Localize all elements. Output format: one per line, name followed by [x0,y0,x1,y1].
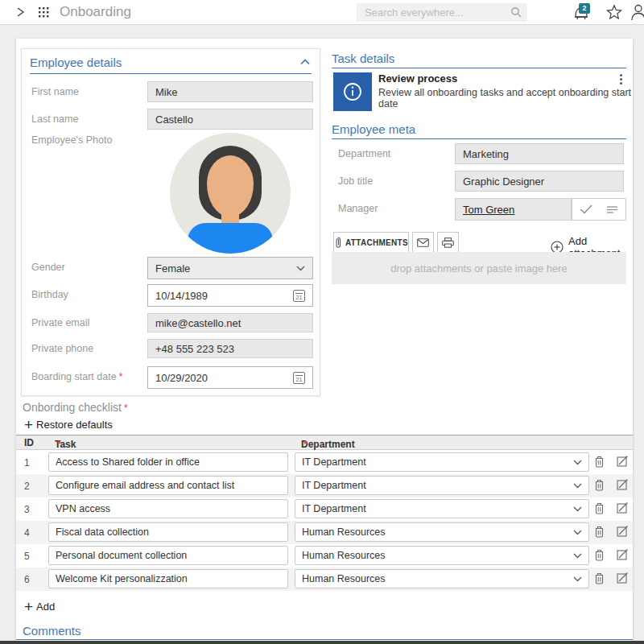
task-name-input[interactable] [48,546,288,565]
edit-row-icon[interactable] [617,502,629,514]
gender-label: Gender [31,262,65,273]
last-name-field: Castello [147,109,313,130]
delete-row-icon[interactable] [594,478,605,491]
task-name: Review process [378,72,457,85]
edit-row-icon[interactable] [617,478,629,490]
private-phone-label: Private phone [31,343,93,354]
private-email-field: mike@castello.net [147,313,313,332]
bottom-bar [0,641,644,644]
form-card: Employee details First name Mike Last na… [16,39,633,644]
photo-label: Employee's Photo [31,134,112,146]
topbar: Onboarding 2 [0,0,644,25]
delete-row-icon[interactable] [594,572,605,584]
avatar-shirt [188,223,273,254]
delete-row-icon[interactable] [594,525,605,538]
manager-field: Tom Green [455,198,572,221]
job-title-field: Graphic Designer [455,171,624,192]
job-title-label: Job title [338,175,373,187]
section-rule [16,639,633,640]
department-select[interactable]: Human Resources [295,522,589,542]
envelope-icon [417,238,429,247]
gender-select[interactable]: Female [147,257,313,279]
private-email-label: Private email [31,317,89,328]
tab-printouts[interactable] [437,232,459,252]
tab-emails[interactable] [412,232,434,252]
edit-row-icon[interactable] [617,572,629,584]
search-box [357,3,527,22]
table-row: 2 IT Department [16,474,633,497]
delete-row-icon[interactable] [594,502,605,514]
task-name-input[interactable] [48,476,288,495]
task-menu-icon[interactable] [615,74,626,90]
last-name-label: Last name [31,114,78,125]
department-select[interactable]: IT Department [295,452,589,472]
chevron-down-icon [573,553,582,559]
table-row: 6 Human Resources [16,568,633,591]
task-name-input[interactable] [48,499,288,518]
expand-menu-icon[interactable] [14,6,26,18]
checklist-table-header: ID Task name* Department* [16,435,633,450]
user-profile-icon[interactable] [630,3,644,21]
department-label: Department [338,148,390,159]
task-name-input[interactable] [48,522,288,542]
checklist-rows: 1 IT Department 2 IT Department [16,451,633,591]
task-details-title: Task details [332,52,394,65]
attachments-dropzone[interactable]: drop attachments or paste image here [332,252,626,284]
search-icon[interactable] [510,6,522,18]
confirm-check-icon[interactable] [580,204,592,214]
manager-label: Manager [338,203,378,214]
row-id: 3 [24,504,30,515]
edit-row-icon[interactable] [617,455,629,467]
department-field: Marketing [455,143,624,164]
boarding-start-date-field[interactable]: 10/29/2020 21 [147,366,313,389]
calendar-icon[interactable]: 21 [293,372,305,384]
col-id: ID [24,437,34,448]
notifications-button[interactable]: 2 [572,3,592,23]
chevron-down-icon [573,576,582,582]
calendar-icon[interactable]: 21 [293,290,305,302]
edit-row-icon[interactable] [617,548,629,560]
row-id: 2 [24,481,30,492]
first-name-label: First name [31,86,79,97]
row-id: 6 [24,574,30,585]
manager-picker-buttons [572,198,626,221]
employee-meta-title: Employee meta [332,122,415,136]
collapse-section-icon[interactable] [300,59,310,65]
birthday-label: Birthday [31,289,68,300]
department-select[interactable]: Human Resources [295,569,589,588]
page-title: Onboarding [60,0,131,24]
delete-row-icon[interactable] [594,455,605,468]
row-id: 5 [24,551,30,562]
boarding-start-date-label: Boarding start date* [31,371,122,382]
task-description: Review all onboarding tasks and accept o… [378,87,633,109]
table-row: 5 Human Resources [16,544,633,568]
tab-attachments[interactable]: ATTACHMENTS [333,232,409,252]
employee-details-title: Employee details [30,56,122,69]
task-info-icon [333,72,372,111]
app-grid-icon[interactable] [38,6,50,19]
task-name-input[interactable] [48,452,288,472]
add-row-button[interactable]: + Add [24,601,55,613]
department-select[interactable]: Human Resources [295,546,589,565]
chevron-down-icon [573,530,582,535]
table-row: 1 IT Department [16,451,633,474]
row-id: 1 [24,457,30,469]
section-rule [332,138,626,139]
table-row: 3 IT Department [16,497,633,521]
department-select[interactable]: IT Department [295,499,589,518]
pick-from-list-icon[interactable] [606,205,618,214]
restore-defaults-button[interactable]: + Restore defaults [24,419,113,431]
notification-count-badge: 2 [579,3,590,14]
manager-link[interactable]: Tom Green [463,204,514,216]
employee-photo [170,133,291,254]
birthday-field[interactable]: 10/14/1989 21 [147,284,313,307]
printer-icon [442,237,454,248]
search-input[interactable] [357,3,527,22]
delete-row-icon[interactable] [594,548,605,561]
chevron-down-icon [296,266,305,271]
favorites-star-icon[interactable] [605,3,623,21]
edit-row-icon[interactable] [617,525,629,537]
paperclip-icon [334,237,341,248]
department-select[interactable]: IT Department [295,476,589,495]
task-name-input[interactable] [48,569,288,588]
